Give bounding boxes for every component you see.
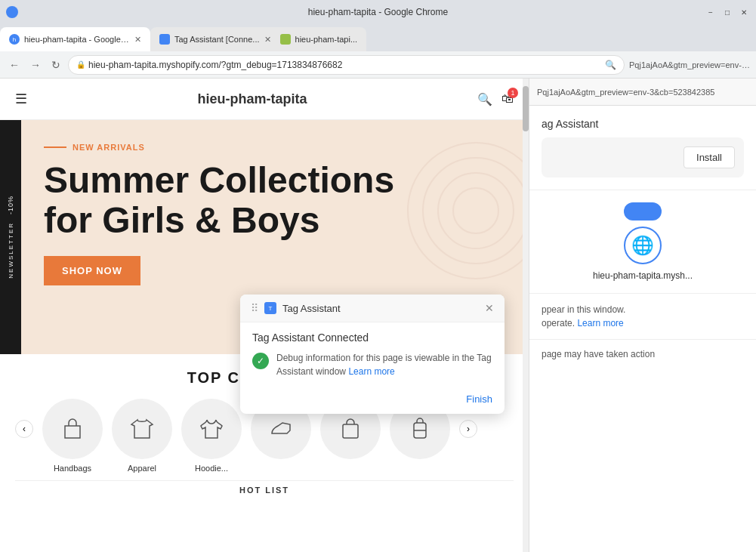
tag-popup-title: Tag Assistant bbox=[282, 303, 479, 314]
ta-title: ag Assistant bbox=[542, 118, 744, 130]
hot-list-button[interactable]: HOT LIST bbox=[15, 480, 514, 495]
drag-handle-icon: ⠿ bbox=[251, 302, 258, 314]
minimize-button[interactable]: − bbox=[705, 6, 717, 18]
tab-shopify-title: hieu-pham-tapi... bbox=[295, 35, 358, 44]
install-button[interactable]: Install bbox=[683, 146, 735, 168]
category-apparel[interactable]: Apparel bbox=[112, 399, 172, 473]
tab-ta-favicon bbox=[159, 34, 170, 45]
ta-action-text: page may have taken action bbox=[542, 349, 655, 359]
newsletter-text-bar: NEWSLETTER bbox=[8, 222, 14, 279]
tab-ta-close[interactable]: ✕ bbox=[264, 35, 271, 45]
close-button[interactable]: ✕ bbox=[738, 6, 750, 18]
tab-tag-assistant[interactable]: Tag Assistant [Conne... ✕ hieu-pham-tapi… bbox=[150, 27, 366, 51]
tag-popup-footer: Finish bbox=[240, 387, 505, 414]
tab-main-favicon: h bbox=[9, 34, 20, 45]
tag-popup-header: ⠿ T Tag Assistant ✕ bbox=[240, 295, 505, 322]
cat-hoodies-label: Hoodie... bbox=[195, 464, 228, 473]
svg-point-0 bbox=[408, 143, 529, 279]
ta-action-section: page may have taken action bbox=[529, 340, 756, 369]
tag-assistant-popup: ⠿ T Tag Assistant ✕ Tag Assistant Connec… bbox=[240, 295, 505, 414]
newsletter-pct: -10% bbox=[7, 196, 14, 214]
address-bar[interactable]: 🔒 hieu-pham-tapita.myshopify.com/?gtm_de… bbox=[68, 55, 625, 75]
cat-handbags-label: Handbags bbox=[54, 464, 91, 473]
scrollbar-track bbox=[523, 79, 529, 552]
browser-favicon bbox=[6, 6, 18, 18]
cat-apparel-icon bbox=[112, 399, 172, 459]
hero-decoration bbox=[400, 135, 529, 289]
tab-shopify-favicon bbox=[280, 34, 291, 45]
categories-prev-button[interactable]: ‹ bbox=[15, 420, 33, 438]
category-hoodies[interactable]: Hoodie... bbox=[181, 399, 242, 473]
cart-button[interactable]: 🛍 1 bbox=[501, 92, 514, 106]
right-panel: Pqj1ajAoA&gtm_preview=env-3&cb=523842385… bbox=[529, 79, 756, 552]
ta-desc-text1: ppear in this window. bbox=[542, 304, 625, 315]
tab-main-close[interactable]: ✕ bbox=[134, 35, 141, 45]
shop-now-button[interactable]: SHOP NOW bbox=[44, 256, 140, 285]
cart-badge: 1 bbox=[508, 88, 518, 98]
svg-point-3 bbox=[453, 188, 498, 233]
right-panel-url-bar: Pqj1ajAoA&gtm_preview=env-3&cb=523842385 bbox=[529, 79, 756, 106]
tab-bar: h hieu-pham-tapita - Google Chr... ✕ Tag… bbox=[0, 24, 756, 51]
connect-button[interactable] bbox=[624, 202, 662, 220]
finish-button[interactable]: Finish bbox=[466, 393, 492, 405]
tag-popup-body: Tag Assistant Connected ✓ Debug informat… bbox=[240, 322, 505, 387]
categories-next-button[interactable]: › bbox=[459, 420, 477, 438]
menu-button[interactable]: ☰ bbox=[15, 91, 27, 107]
cat-apparel-label: Apparel bbox=[128, 464, 156, 473]
tab-main[interactable]: h hieu-pham-tapita - Google Chr... ✕ bbox=[0, 27, 150, 51]
reload-button[interactable]: ↻ bbox=[48, 57, 63, 72]
cat-handbags-icon bbox=[42, 399, 103, 459]
tag-connected-row: ✓ Debug information for this page is vie… bbox=[252, 351, 492, 378]
label-line bbox=[44, 146, 66, 148]
new-arrivals-text: NEW ARRIVALS bbox=[73, 143, 145, 152]
right-panel-url: Pqj1ajAoA&gtm_preview=env-3&cb=523842385 bbox=[537, 88, 714, 97]
tag-connected-title: Tag Assistant Connected bbox=[252, 332, 492, 344]
ta-description: ppear in this window. operate. Learn mor… bbox=[529, 294, 756, 340]
category-handbags[interactable]: Handbags bbox=[42, 399, 103, 473]
lock-icon: 🔒 bbox=[76, 60, 85, 69]
tag-popup-close-button[interactable]: ✕ bbox=[485, 302, 494, 314]
search-icon: 🔍 bbox=[605, 60, 616, 70]
svg-point-2 bbox=[438, 173, 514, 248]
ta-install-box: Install bbox=[542, 137, 744, 177]
maximize-button[interactable]: □ bbox=[721, 6, 733, 18]
back-button[interactable]: ← bbox=[6, 57, 23, 72]
tag-learn-more-link[interactable]: Learn more bbox=[348, 366, 394, 377]
tab-ta-title: Tag Assistant [Conne... bbox=[174, 35, 260, 44]
ta-site-section: 🌐 hieu-pham-tapita.mysh... bbox=[529, 190, 756, 294]
tag-popup-favicon: T bbox=[264, 302, 276, 314]
cat-hoodies-icon bbox=[181, 399, 242, 459]
browser-title: hieu-pham-tapita - Google Chrome bbox=[308, 7, 448, 17]
check-icon: ✓ bbox=[252, 353, 269, 369]
browser-titlebar: hieu-pham-tapita - Google Chrome − □ ✕ bbox=[0, 0, 756, 24]
window-controls: − □ ✕ bbox=[705, 6, 750, 18]
address-text: hieu-pham-tapita.myshopify.com/?gtm_debu… bbox=[88, 60, 605, 70]
forward-button[interactable]: → bbox=[27, 57, 44, 72]
header-icons: 🔍 🛍 1 bbox=[477, 92, 514, 106]
ta-learn-more-link[interactable]: Learn more bbox=[577, 318, 623, 328]
newsletter-sidebar: -10% NEWSLETTER bbox=[0, 120, 21, 354]
site-header: ☰ hieu-pham-tapita 🔍 🛍 1 bbox=[0, 79, 529, 120]
scrollbar-thumb[interactable] bbox=[523, 86, 529, 131]
tag-connected-text: Debug information for this page is viewa… bbox=[276, 351, 492, 378]
tab-main-title: hieu-pham-tapita - Google Chr... bbox=[24, 35, 130, 44]
ta-site-name: hieu-pham-tapita.mysh... bbox=[593, 270, 693, 281]
ta-desc-text2: operate. bbox=[542, 318, 575, 328]
address-bar-row: ← → ↻ 🔒 hieu-pham-tapita.myshopify.com/?… bbox=[0, 51, 756, 79]
search-button[interactable]: 🔍 bbox=[477, 92, 492, 106]
ta-install-section: ag Assistant Install bbox=[529, 106, 756, 190]
site-title: hieu-pham-tapita bbox=[197, 91, 307, 107]
globe-icon: 🌐 bbox=[624, 227, 662, 264]
svg-rect-4 bbox=[343, 424, 358, 438]
right-url: Pqj1ajAoA&gtm_preview=env-3&cb=523842385 bbox=[629, 60, 750, 69]
